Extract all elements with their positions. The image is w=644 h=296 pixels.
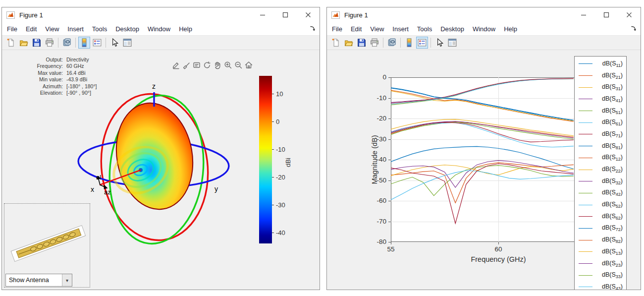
legend-entry-label: dB(S71) bbox=[602, 130, 623, 138]
y-tick-label: -70 bbox=[370, 218, 386, 225]
legend-entry-label: dB(S31) bbox=[602, 83, 623, 91]
save-figure-button[interactable] bbox=[31, 37, 43, 49]
insert-legend-button[interactable] bbox=[416, 37, 428, 49]
maximize-button[interactable] bbox=[595, 7, 618, 22]
y-tick-label: -80 bbox=[370, 238, 386, 245]
legend-entry-label: dB(S32) bbox=[602, 178, 623, 185]
print-figure-button[interactable] bbox=[369, 37, 380, 49]
restore-view-icon[interactable] bbox=[243, 59, 254, 70]
y-tick-label: -20 bbox=[370, 115, 386, 122]
print-figure-button[interactable] bbox=[44, 37, 55, 49]
link-plot-button[interactable] bbox=[61, 37, 73, 49]
toolbar-separator bbox=[430, 38, 431, 48]
menu-file[interactable]: File bbox=[7, 25, 17, 33]
window-title: Figure 1 bbox=[344, 11, 368, 19]
datatips-icon[interactable] bbox=[191, 59, 202, 70]
menu-help[interactable]: Help bbox=[504, 25, 517, 33]
annotation-line: Output : Directivity bbox=[13, 57, 97, 63]
maximize-button[interactable] bbox=[274, 7, 297, 22]
insert-colorbar-button[interactable] bbox=[403, 37, 415, 49]
legend-entry-S23: dB(S23) bbox=[575, 258, 626, 270]
open-file-button[interactable] bbox=[18, 37, 30, 49]
legend-entry-S61: dB(S61) bbox=[575, 117, 626, 128]
title-bar[interactable]: Figure 1 bbox=[2, 7, 320, 22]
minimize-button[interactable] bbox=[251, 7, 274, 22]
legend-line-sample bbox=[579, 287, 592, 287]
legend-entry-label: dB(S61) bbox=[602, 118, 623, 126]
menu-insert[interactable]: Insert bbox=[67, 25, 84, 33]
property-inspector-button[interactable] bbox=[446, 37, 458, 49]
menu-desktop[interactable]: Desktop bbox=[115, 25, 139, 33]
show-antenna-dropdown[interactable]: Show Antenna ▾ bbox=[5, 274, 72, 287]
x-axis-label: x bbox=[91, 185, 94, 193]
menu-view[interactable]: View bbox=[45, 25, 59, 33]
close-button[interactable] bbox=[618, 7, 641, 22]
radiation-pattern-3d[interactable]: z y x el az bbox=[75, 79, 239, 252]
menu-view[interactable]: View bbox=[370, 25, 384, 33]
toolbar-separator bbox=[383, 38, 383, 48]
legend-entry-S11: dB(S11) bbox=[575, 58, 626, 70]
colorbar-tick bbox=[272, 149, 274, 150]
dock-figure-icon[interactable] bbox=[310, 26, 316, 32]
edit-plot-button[interactable] bbox=[433, 37, 445, 49]
legend-entry-S13: dB(S13) bbox=[575, 246, 626, 258]
legend-line-sample bbox=[579, 228, 592, 229]
antenna-preview-image bbox=[7, 216, 87, 271]
menu-bar: FileEditViewInsertToolsDesktopWindowHelp bbox=[327, 22, 641, 36]
zoom-in-icon[interactable] bbox=[222, 59, 233, 70]
menu-edit[interactable]: Edit bbox=[351, 25, 362, 33]
colorbar-tick bbox=[272, 94, 274, 94]
brush-icon[interactable] bbox=[181, 59, 191, 70]
series-dB(S71) bbox=[391, 78, 574, 103]
toolbar-separator bbox=[106, 38, 106, 48]
legend-entry-S41: dB(S41) bbox=[575, 93, 626, 105]
legend-line-sample bbox=[579, 87, 592, 88]
az-label: az bbox=[104, 188, 111, 196]
legend-line-sample bbox=[579, 263, 592, 264]
menu-window[interactable]: Window bbox=[473, 25, 495, 33]
close-button[interactable] bbox=[297, 7, 320, 22]
annotation-line: Max value : 16.4 dBi bbox=[13, 70, 97, 76]
menu-tools[interactable]: Tools bbox=[92, 25, 107, 33]
new-figure-button[interactable] bbox=[5, 37, 17, 49]
rotate-3d-icon[interactable] bbox=[202, 59, 212, 70]
minimize-button[interactable] bbox=[572, 7, 595, 22]
dock-figure-icon[interactable] bbox=[631, 26, 637, 32]
zoom-out-icon[interactable] bbox=[233, 59, 243, 70]
colorbar-tick-label: -30 bbox=[276, 201, 285, 209]
legend-entry-S52: dB(S52) bbox=[575, 199, 626, 211]
insert-legend-button[interactable] bbox=[91, 37, 103, 49]
insert-colorbar-button[interactable] bbox=[78, 37, 90, 49]
menu-help[interactable]: Help bbox=[179, 25, 192, 33]
colorbar[interactable] bbox=[259, 76, 272, 243]
menu-edit[interactable]: Edit bbox=[26, 25, 37, 33]
menu-tools[interactable]: Tools bbox=[417, 25, 432, 33]
legend-line-sample bbox=[579, 275, 592, 276]
link-plot-button[interactable] bbox=[386, 37, 398, 49]
y-axis-title: Magnitude (dB) bbox=[371, 135, 378, 184]
legend-entry-label: dB(S12) bbox=[602, 154, 623, 162]
save-figure-button[interactable] bbox=[356, 37, 368, 49]
legend-entry-S72: dB(S72) bbox=[575, 223, 626, 235]
toolbar-separator bbox=[75, 38, 76, 48]
colorbar-tick-label: -20 bbox=[276, 174, 285, 181]
menu-desktop[interactable]: Desktop bbox=[440, 25, 464, 33]
series-dB(S41) bbox=[391, 79, 574, 103]
figure-window-sparams: Figure 1 FileEditViewInsertToolsDesktopW… bbox=[326, 7, 641, 290]
legend-entry-S21: dB(S21) bbox=[575, 70, 626, 82]
figure-toolbar bbox=[2, 36, 320, 50]
export-icon[interactable] bbox=[170, 59, 181, 70]
property-inspector-button[interactable] bbox=[121, 37, 133, 49]
menu-insert[interactable]: Insert bbox=[392, 25, 409, 33]
menu-window[interactable]: Window bbox=[148, 25, 170, 33]
show-antenna-dropdown-value: Show Antenna bbox=[6, 277, 62, 284]
open-file-button[interactable] bbox=[343, 37, 355, 49]
colorbar-tick-label: 10 bbox=[276, 90, 283, 98]
colorbar-tick bbox=[272, 233, 274, 233]
title-bar[interactable]: Figure 1 bbox=[327, 7, 641, 22]
menu-file[interactable]: File bbox=[332, 25, 342, 33]
new-figure-button[interactable] bbox=[330, 37, 342, 49]
edit-plot-button[interactable] bbox=[108, 37, 120, 49]
window-title: Figure 1 bbox=[19, 11, 43, 19]
pan-icon[interactable] bbox=[212, 59, 222, 70]
